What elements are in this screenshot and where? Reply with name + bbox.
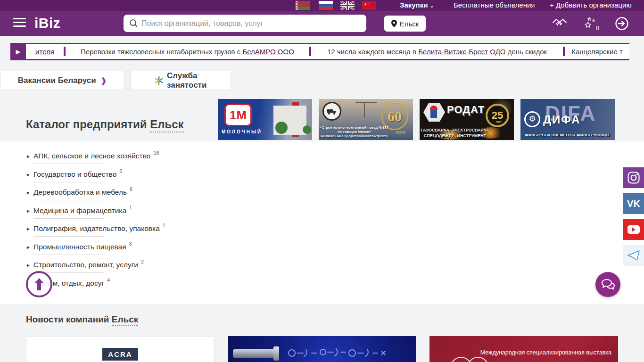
top-strip: ★★ Закупки⌄ Бесплатные объявления + Доба… <box>0 0 644 11</box>
catalog-section: ►АПК, сельское и лесное хозяйство16 ►Гос… <box>0 141 644 304</box>
ticker-item[interactable]: ителя <box>26 48 64 56</box>
ticker-play-icon[interactable]: ▶ <box>10 43 26 60</box>
svg-text:★: ★ <box>367 2 369 4</box>
category-item[interactable]: ►Полиграфия, издательство, упаковка1 <box>26 224 165 237</box>
category-item[interactable]: ►Промышленность пищевая3 <box>26 243 132 255</box>
belarus-flag-icon[interactable] <box>296 1 310 10</box>
news-title-city[interactable]: Ельск <box>112 314 139 326</box>
search-icon <box>129 19 138 30</box>
ticker-item[interactable]: Канцелярские т <box>565 48 629 56</box>
category-label[interactable]: АПК, сельское и лесное хозяйство <box>33 152 150 160</box>
category-label[interactable]: Государство и общество <box>33 170 116 179</box>
china-flag-icon[interactable]: ★★ <box>362 1 376 10</box>
divider <box>33 218 104 219</box>
category-count: 1 <box>129 205 132 210</box>
handshake-icon[interactable] <box>552 16 568 32</box>
triangle-bullet-icon: ► <box>26 208 33 214</box>
zakupki-label: Закупки <box>400 1 428 9</box>
divider <box>33 182 104 182</box>
employment-label: Служба занятости <box>167 71 206 90</box>
svg-text:★: ★ <box>363 2 367 7</box>
category-item[interactable]: ►Медицина и фармацевтика1 <box>26 206 132 219</box>
divider <box>33 164 104 164</box>
formula-decor <box>282 343 405 362</box>
scroll-to-top-button[interactable] <box>26 271 52 297</box>
free-ads-link[interactable]: Бесплатные объявления <box>454 0 535 11</box>
banner-1m-molochny[interactable]: 1М МОЛОЧНЫЙ <box>218 99 312 140</box>
category-item[interactable]: ►Строительство, ремонт, услуги2 <box>26 261 144 273</box>
telegram-icon[interactable] <box>623 245 644 266</box>
news-card-exhibition[interactable]: Международная специализированная выставк… <box>429 336 618 362</box>
news-card-chemistry[interactable] <box>228 336 416 362</box>
zakupki-menu[interactable]: Закупки⌄ <box>400 0 434 11</box>
city-label: Ельск <box>400 20 419 28</box>
page-title-city[interactable]: Ельск <box>150 118 183 132</box>
chevron-down-icon: ⌄ <box>429 3 434 8</box>
city-selector-button[interactable]: Ельск <box>384 16 426 32</box>
youtube-icon[interactable] <box>623 219 644 240</box>
banner-title: ДИФА <box>543 113 581 126</box>
vk-icon[interactable]: VK <box>623 193 644 214</box>
banner-stamp-icon <box>322 102 341 121</box>
category-item[interactable]: ►Государство и общество5 <box>26 170 122 182</box>
exhibition-text: Международная специализированная выставк… <box>480 349 611 356</box>
vacancies-button[interactable]: Вакансии Беларуси ❱ <box>0 71 124 90</box>
search-input[interactable] <box>141 15 363 32</box>
ticker-link[interactable]: Белита-Витэкс-Брест ОДО <box>418 48 505 56</box>
favorites-count: 0 <box>596 25 599 32</box>
hamburger-menu-icon[interactable] <box>13 18 26 28</box>
category-label[interactable]: Полиграфия, издательство, упаковка <box>33 224 160 233</box>
chat-button[interactable] <box>595 272 620 297</box>
russia-flag-icon[interactable] <box>319 1 333 10</box>
news-ticker: ▶ ителя Перевозки тяжеловесных негабарит… <box>10 43 629 60</box>
banner-rodat[interactable]: РОДАТ 25 лет ГАЗОСВАРКА, ЭЛЕКТРОСВАРКА С… <box>420 99 514 140</box>
category-label[interactable]: Медицина и фармацевтика <box>33 206 126 215</box>
divider <box>33 236 104 237</box>
ticker-item[interactable]: 12 числа каждого месяца в Белита-Витэкс-… <box>311 48 563 56</box>
banner-caption: МОЛОЧНЫЙ <box>222 129 262 134</box>
category-label[interactable]: Строительство, ремонт, услуги <box>33 261 138 269</box>
login-icon[interactable] <box>615 16 629 33</box>
category-item[interactable]: ►АПК, сельское и лесное хозяйство16 <box>26 152 159 164</box>
ticker-link[interactable]: ителя <box>35 48 54 56</box>
triangle-bullet-icon: ► <box>26 190 33 195</box>
uk-flag-icon[interactable] <box>340 1 355 10</box>
category-label[interactable]: Промышленность пищевая <box>33 243 126 251</box>
category-count: 4 <box>107 277 110 283</box>
triangle-bullet-icon: ► <box>26 226 33 231</box>
ticker-text: Перевозки тяжеловесных негабаритных груз… <box>81 48 240 56</box>
news-card-acra[interactable]: ACRA ПРИСВОИЛО РУП «БЕЛОРУССКАЯ НАЦИОНАЛ… <box>26 336 215 362</box>
exhibition-logo-decor <box>467 357 489 362</box>
employment-service-icon <box>155 76 163 85</box>
ticker-bar: ителя Перевозки тяжеловесных негабаритны… <box>26 43 629 60</box>
category-count: 5 <box>119 168 122 174</box>
ticker-item[interactable]: Перевозки тяжеловесных негабаритных груз… <box>66 48 309 56</box>
banner-difa[interactable]: DIFA ⚙ ДИФА ФИЛЬТРЫ И ЭЛЕМЕНТЫ ФИЛЬТРУЮЩ… <box>520 99 615 140</box>
news-title-text: Новости компаний <box>26 314 109 324</box>
page: ★★ Закупки⌄ Бесплатные объявления + Доба… <box>0 0 644 362</box>
category-item[interactable]: ►Деревообработка и мебель6 <box>26 188 132 200</box>
category-count: 2 <box>141 259 144 264</box>
divider <box>33 255 104 255</box>
main-header: iBiz Ельск 0 <box>0 11 644 36</box>
employment-service-button[interactable]: Служба занятости <box>130 71 231 90</box>
site-logo[interactable]: iBiz <box>34 15 60 31</box>
category-count: 3 <box>129 241 132 247</box>
vacancies-label: Вакансии Беларуси <box>18 76 96 85</box>
gear-icon: ⚙ <box>524 111 540 127</box>
ticker-text: 12 числа каждого месяца в <box>327 48 416 56</box>
category-count: 6 <box>130 186 132 192</box>
page-title: Каталог предприятий Ельск <box>26 118 184 131</box>
arrow-up-icon <box>34 278 44 291</box>
instagram-icon[interactable] <box>623 167 644 188</box>
category-count: 1 <box>163 222 165 228</box>
acra-logo: ACRA <box>102 348 138 361</box>
add-organization-link[interactable]: + Добавить организацию <box>550 0 632 11</box>
category-count: 16 <box>153 150 159 156</box>
double-chevron-icon: ❱ <box>101 76 107 85</box>
ticker-text: Канцелярские т <box>571 48 623 56</box>
banner-smp-387[interactable]: 60 лет «Строительно-монтажный поезд №387… <box>319 99 413 140</box>
ticker-link[interactable]: БелАМРО ООО <box>242 48 294 56</box>
category-label[interactable]: Деревообработка и мебель <box>33 188 127 197</box>
page-title-text: Каталог предприятий <box>26 118 147 131</box>
